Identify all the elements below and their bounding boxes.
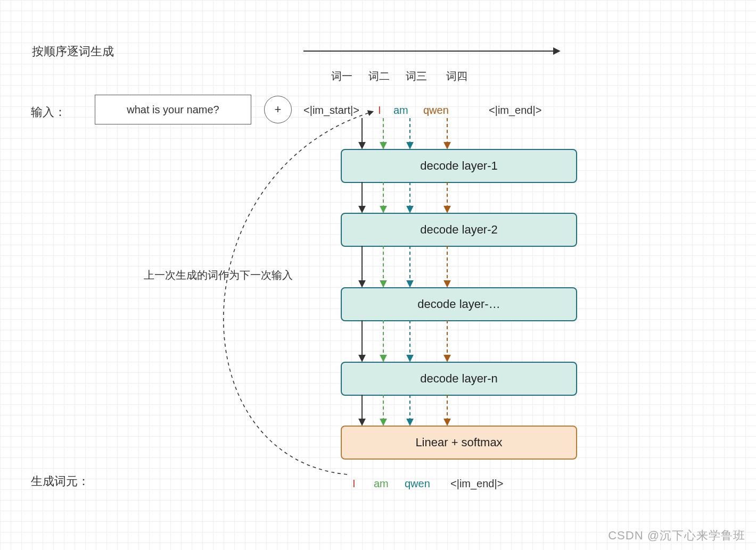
output-label: 生成词元： <box>31 473 89 489</box>
plus-symbol: + <box>275 103 282 116</box>
token-I-out: I <box>352 478 356 490</box>
decode-layer-n-label: decode layer-n <box>420 372 498 386</box>
token-am-out: am <box>374 478 389 490</box>
input-label: 输入： <box>31 104 66 120</box>
decode-layer-2: decode layer-2 <box>341 213 577 247</box>
linear-softmax-label: Linear + softmax <box>415 436 502 449</box>
token-qwen-out: qwen <box>405 478 430 490</box>
header-text: 按顺序逐词生成 <box>32 44 114 60</box>
token-im-start: <|im_start|> <box>303 104 359 116</box>
token-am-top: am <box>393 104 408 116</box>
token-qwen-top: qwen <box>423 104 449 116</box>
word-header-1: 词一 <box>331 69 352 84</box>
word-header-3: 词三 <box>406 69 427 84</box>
token-im-end-out: <|im_end|> <box>450 478 503 490</box>
watermark: CSDN @沉下心来学鲁班 <box>608 528 745 544</box>
plus-circle: + <box>264 96 292 123</box>
decode-layer-1: decode layer-1 <box>341 149 577 183</box>
decode-layer-1-label: decode layer-1 <box>420 159 498 173</box>
input-text-box: what is your name? <box>95 95 251 124</box>
feedback-note: 上一次生成的词作为下一次输入 <box>144 268 293 282</box>
word-header-2: 词二 <box>368 69 390 84</box>
word-header-4: 词四 <box>446 69 467 84</box>
token-im-end-top: <|im_end|> <box>489 104 541 116</box>
token-I-top: I <box>378 104 381 116</box>
decode-layer-n: decode layer-n <box>341 362 577 396</box>
decode-layer-2-label: decode layer-2 <box>420 223 498 237</box>
input-text: what is your name? <box>127 104 219 116</box>
linear-softmax-layer: Linear + softmax <box>341 426 577 460</box>
decode-layer-dots: decode layer-… <box>341 287 577 321</box>
decode-layer-dots-label: decode layer-… <box>417 297 500 311</box>
